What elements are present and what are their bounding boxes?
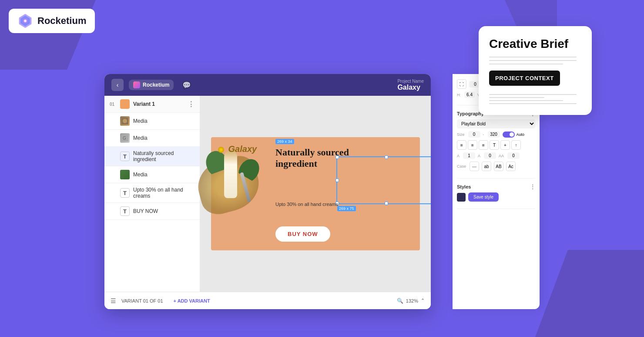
- case-capitalize-btn[interactable]: Ac: [506, 162, 516, 171]
- layer-num: 01: [110, 102, 117, 107]
- layer-item-text-heading[interactable]: T Naturally sourced ingredient: [104, 147, 200, 166]
- size-min[interactable]: 0: [468, 131, 480, 138]
- layer-item-media1[interactable]: Media: [104, 113, 200, 130]
- ad-product-image: [202, 146, 272, 242]
- product-tube: [224, 150, 237, 198]
- layer-name-heading: Naturally sourced ingredient: [133, 150, 195, 162]
- styles-title: Styles ⋮: [457, 184, 535, 190]
- margin-label-h: H:: [457, 93, 461, 97]
- layer-item-text-cta[interactable]: T BUY NOW: [104, 203, 200, 220]
- layer-item-media2[interactable]: G Media: [104, 130, 200, 147]
- spacing-a-val[interactable]: 1: [463, 152, 475, 159]
- layer-name-subtext: Upto 30% on all hand creams: [133, 187, 195, 199]
- selection-handle-tm[interactable]: [385, 155, 388, 159]
- align-top-btn[interactable]: T: [490, 140, 499, 150]
- project-context-badge[interactable]: PROJECT CONTEXT: [489, 71, 560, 86]
- spacing-c-val[interactable]: 0: [507, 152, 520, 159]
- ad-subtext: Upto 30% on all hand creams: [275, 202, 362, 207]
- layer-thumb-media2: G: [120, 133, 130, 143]
- layer-thumb-text3: T: [120, 206, 130, 216]
- brief-line: [489, 57, 577, 57]
- ad-cta-button[interactable]: BUY NOW: [275, 226, 330, 242]
- font-select[interactable]: Playfair Bold: [457, 119, 535, 128]
- align-center-btn[interactable]: ≡: [468, 140, 477, 150]
- case-lowercase-btn[interactable]: ab: [482, 162, 491, 171]
- chat-icon[interactable]: 💬: [182, 81, 191, 89]
- layer-options-icon[interactable]: ⋮: [188, 100, 195, 108]
- spacing-b-val[interactable]: 0: [484, 152, 496, 159]
- layer-name: Variant 1: [133, 101, 184, 107]
- brief-line: [489, 97, 544, 98]
- case-row: Case — ab AB Ac: [457, 162, 535, 171]
- styles-section: Styles ⋮ Save style: [457, 184, 535, 209]
- header-project-info: Project Name Galaxy: [397, 79, 424, 91]
- project-label: Project Name: [397, 79, 424, 84]
- layers-icon[interactable]: ☰: [111, 297, 116, 304]
- styles-row: Save style: [457, 192, 535, 202]
- align-left-btn[interactable]: ≡: [457, 140, 466, 150]
- zoom-icon: 🔍: [397, 298, 403, 304]
- zoom-expand-icon[interactable]: ⌃: [421, 298, 425, 303]
- logo-text: Rocketium: [37, 15, 86, 27]
- selection-handle-bm[interactable]: [385, 202, 388, 205]
- bg-decoration-bottom-right: [535, 250, 644, 337]
- align-bot-btn[interactable]: ↑: [511, 140, 521, 150]
- ad-canvas: Galaxy 269 x 34 Naturally sourced ingred…: [211, 137, 420, 250]
- layer-name-media1: Media: [133, 118, 195, 124]
- auto-toggle[interactable]: Auto: [503, 131, 525, 138]
- spacing-a-label: A: [457, 154, 460, 158]
- layers-panel: 01 Variant 1 ⋮ Media G Media: [104, 96, 200, 292]
- brief-line: [489, 64, 563, 64]
- typography-section: Typography ⋮ Playfair Bold Size 0 - 320 …: [457, 111, 535, 179]
- ad-brand-text: Galaxy: [218, 144, 257, 154]
- lock-icon[interactable]: ⛶: [457, 79, 466, 89]
- zoom-control: 🔍 132% ⌃: [397, 298, 425, 304]
- size-max[interactable]: 320: [488, 131, 500, 138]
- styles-expand-icon[interactable]: ⋮: [530, 184, 535, 190]
- layer-thumb-variant: [120, 99, 130, 109]
- brief-line: [489, 103, 577, 104]
- editor-footer: ☰ VARIANT 01 OF 01 + ADD VARIANT 🔍 132% …: [104, 292, 431, 309]
- layer-item-variant[interactable]: 01 Variant 1 ⋮: [104, 96, 200, 113]
- canvas-area: Galaxy 269 x 34 Naturally sourced ingred…: [200, 96, 431, 292]
- align-mid-btn[interactable]: +: [500, 140, 510, 150]
- svg-point-3: [24, 20, 26, 22]
- creative-brief-card: Creative Brief PROJECT CONTEXT: [479, 26, 592, 115]
- margin-h-val[interactable]: 6.4: [464, 91, 475, 98]
- layer-name-cta: BUY NOW: [133, 208, 195, 214]
- brief-line: [489, 100, 563, 101]
- layer-item-media3[interactable]: Media: [104, 166, 200, 183]
- font-size-row: Size 0 - 320 Auto: [457, 131, 535, 138]
- layer-thumb-media1: [120, 116, 130, 126]
- creative-brief-title: Creative Brief: [489, 37, 581, 51]
- svg-point-5: [123, 119, 127, 123]
- brief-line: [489, 60, 577, 61]
- toggle-knob: [510, 132, 514, 137]
- layer-thumb-media3: [120, 170, 130, 179]
- selection-size-badge: 269 x 34: [275, 139, 294, 144]
- align-buttons: ≡ ≡ ≡ T + ↑: [457, 140, 535, 150]
- selection-handle-ml[interactable]: [335, 179, 339, 182]
- header-logo-dot: [133, 81, 140, 88]
- layer-thumb-text: T: [120, 152, 130, 161]
- ad-brand-icon: [218, 147, 224, 153]
- brief-lines-bottom: [489, 94, 581, 104]
- layer-thumb-text2: T: [120, 188, 130, 198]
- spacing-row: A 1 A 0 AA 0: [457, 152, 535, 159]
- save-style-button[interactable]: Save style: [468, 192, 499, 202]
- layer-item-text-subtext[interactable]: T Upto 30% on all hand creams: [104, 183, 200, 203]
- add-variant-button[interactable]: + ADD VARIANT: [174, 298, 210, 303]
- auto-label: Auto: [517, 132, 525, 137]
- ad-heading-text[interactable]: Naturally sourced ingredient: [275, 147, 367, 170]
- project-name: Galaxy: [397, 84, 424, 91]
- editor-body: 01 Variant 1 ⋮ Media G Media: [104, 96, 431, 292]
- toggle-switch[interactable]: [503, 131, 515, 138]
- header-logo-pill: Rocketium: [129, 80, 174, 90]
- spacing-c-label: AA: [499, 154, 504, 158]
- case-dash: —: [470, 162, 479, 171]
- header-logo-label: Rocketium: [143, 82, 169, 88]
- style-color-swatch[interactable]: [457, 193, 466, 202]
- case-uppercase-btn[interactable]: AB: [494, 162, 503, 171]
- align-right-btn[interactable]: ≡: [479, 140, 488, 150]
- back-button[interactable]: ‹: [111, 79, 124, 91]
